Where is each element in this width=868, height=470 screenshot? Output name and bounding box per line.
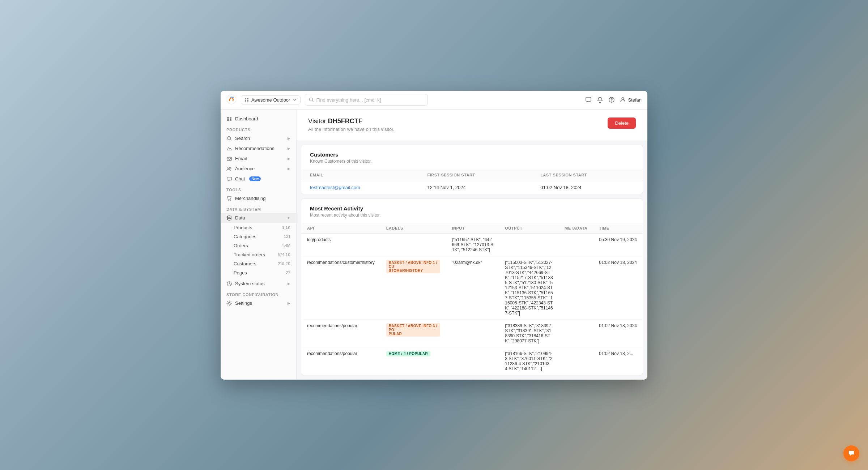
col-last-session: LAST SESSION START — [532, 169, 643, 181]
sidebar-item-data[interactable]: Data ▼ — [221, 213, 296, 223]
svg-rect-2 — [247, 98, 248, 99]
svg-rect-10 — [227, 117, 229, 119]
help-icon[interactable] — [608, 97, 615, 103]
act-labels-3: BASKET / ABOVE INFO 3 / POPULAR — [380, 319, 446, 347]
svg-rect-1 — [245, 98, 246, 99]
sidebar-item-system-status[interactable]: System status ▶ — [221, 279, 296, 289]
recommendations-label: Recommendations — [235, 146, 274, 151]
sidebar-sub-tracked-orders[interactable]: Tracked orders 574.1K — [221, 250, 296, 259]
sub-orders-label: Orders — [234, 243, 248, 248]
customers-subtitle: Known Customers of this visitor. — [310, 159, 634, 164]
last-session: 01:02 Nov 18, 2024 — [532, 181, 643, 194]
act-output-2: ["115003-STK","512027-STK","115346-STK",… — [499, 256, 559, 319]
system-status-label: System status — [235, 281, 265, 286]
merchandising-icon — [226, 196, 232, 201]
act-time-4: 01:02 Nov 18, 2... — [593, 347, 643, 375]
act-input-4 — [446, 347, 499, 375]
sidebar-sub-products[interactable]: Products 1.1K — [221, 223, 296, 232]
email-icon — [226, 156, 232, 162]
customers-section: Customers Known Customers of this visito… — [301, 145, 643, 194]
sidebar-item-dashboard[interactable]: Dashboard — [221, 114, 296, 124]
chat-badge: New — [249, 176, 261, 181]
recommendations-arrow: ▶ — [288, 146, 290, 150]
svg-rect-15 — [227, 157, 231, 161]
activity-section-header: Most Recent Activity Most recent activit… — [301, 199, 643, 223]
svg-point-16 — [228, 167, 230, 168]
chat-bubble[interactable] — [843, 445, 859, 461]
act-api-3: recommendations/popular — [301, 319, 380, 347]
activity-title: Most Recent Activity — [310, 205, 634, 212]
system-status-icon — [226, 281, 232, 287]
email-link[interactable]: testmactest@gmail.com — [310, 185, 360, 190]
merchandising-label: Merchandising — [235, 196, 266, 201]
act-output-3: ["318389-STK","318392-STK","318391-STK",… — [499, 319, 559, 347]
act-labels-1 — [380, 233, 446, 256]
store-config-label: STORE CONFIGURATION — [221, 289, 296, 298]
act-metadata-4 — [559, 347, 593, 375]
svg-rect-4 — [247, 100, 248, 102]
sub-customers-count: 219.2K — [278, 261, 290, 266]
search-icon — [226, 136, 232, 141]
act-input-2: "02arm@hk.dk" — [446, 256, 499, 319]
act-input-3 — [446, 319, 499, 347]
dashboard-icon — [226, 116, 232, 122]
svg-rect-6 — [586, 97, 591, 101]
sidebar-item-search[interactable]: Search ▶ — [221, 133, 296, 144]
svg-point-0 — [227, 95, 236, 104]
svg-point-8 — [612, 101, 612, 102]
delete-button[interactable]: Delete — [608, 118, 636, 129]
sidebar-item-email[interactable]: Email ▶ — [221, 154, 296, 164]
activity-table: API LABELS INPUT OUTPUT METADATA TIME — [301, 223, 643, 375]
visitor-header: Visitor DH5FRCTF All the information we … — [297, 110, 647, 140]
sidebar-item-recommendations[interactable]: Recommendations ▶ — [221, 144, 296, 154]
email-label: Email — [235, 156, 247, 161]
activity-row-3: recommendations/popular BASKET / ABOVE I… — [301, 319, 643, 347]
act-labels-2: BASKET / ABOVE INFO 1 / CUSTOMER/HISTORY — [380, 256, 446, 319]
comment-icon[interactable] — [585, 97, 592, 103]
act-metadata-2 — [559, 256, 593, 319]
svg-point-22 — [229, 302, 230, 304]
sub-pages-label: Pages — [234, 270, 247, 275]
label-badge-basket: BASKET / ABOVE INFO 1 / CUSTOMER/HISTORY — [386, 260, 441, 273]
bell-icon[interactable] — [597, 97, 603, 103]
global-search[interactable]: Find everything here... [cmd+k] — [305, 94, 428, 106]
data-label: Data — [235, 215, 245, 221]
chat-label: Chat — [235, 176, 245, 181]
act-col-time: TIME — [593, 223, 643, 234]
sub-products-label: Products — [234, 225, 252, 230]
sidebar-sub-orders[interactable]: Orders 4.4M — [221, 241, 296, 250]
act-output-4: ["318166-STK","210994-3 STK","376011-STK… — [499, 347, 559, 375]
act-input-1: ["511657-STK", "442669-STK", "127013-STK… — [446, 233, 499, 256]
sidebar-item-merchandising[interactable]: Merchandising — [221, 193, 296, 204]
svg-point-19 — [230, 200, 231, 201]
sidebar-sub-customers[interactable]: Customers 219.2K — [221, 259, 296, 268]
recommendations-icon — [226, 146, 232, 151]
customer-email: testmactest@gmail.com — [301, 181, 419, 194]
act-output-1 — [499, 233, 559, 256]
sidebar-sub-pages[interactable]: Pages 27 — [221, 268, 296, 277]
act-api-4: recommendations/popular — [301, 347, 380, 375]
products-section-label: PRODUCTS — [221, 124, 296, 133]
sidebar-item-chat[interactable]: Chat New — [221, 174, 296, 184]
search-label: Search — [235, 136, 250, 141]
workspace-name: Awesome Outdoor — [251, 97, 290, 103]
act-time-3: 01:02 Nov 18, 2024 — [593, 319, 643, 347]
svg-rect-11 — [230, 117, 231, 119]
dashboard-label: Dashboard — [235, 116, 258, 121]
sub-customers-label: Customers — [234, 261, 256, 266]
sub-tracked-label: Tracked orders — [234, 252, 265, 257]
sub-orders-count: 4.4M — [282, 243, 290, 248]
customers-section-header: Customers Known Customers of this visito… — [301, 145, 643, 169]
sidebar-item-audience[interactable]: Audience ▶ — [221, 164, 296, 174]
visitor-prefix: Visitor — [308, 118, 326, 125]
act-labels-4: HOME / 4 / POPULAR — [380, 347, 446, 375]
sidebar-sub-categories[interactable]: Categories 121 — [221, 232, 296, 241]
svg-point-20 — [227, 216, 231, 217]
act-api-1: log/products — [301, 233, 380, 256]
workspace-selector[interactable]: Awesome Outdoor — [241, 95, 301, 104]
activity-row-4: recommendations/popular HOME / 4 / POPUL… — [301, 347, 643, 375]
data-arrow: ▼ — [287, 216, 290, 220]
table-row: testmactest@gmail.com 12:14 Nov 1, 2024 … — [301, 181, 643, 194]
sidebar-item-settings[interactable]: Settings ▶ — [221, 298, 296, 308]
user-menu[interactable]: Stefan — [620, 97, 642, 103]
